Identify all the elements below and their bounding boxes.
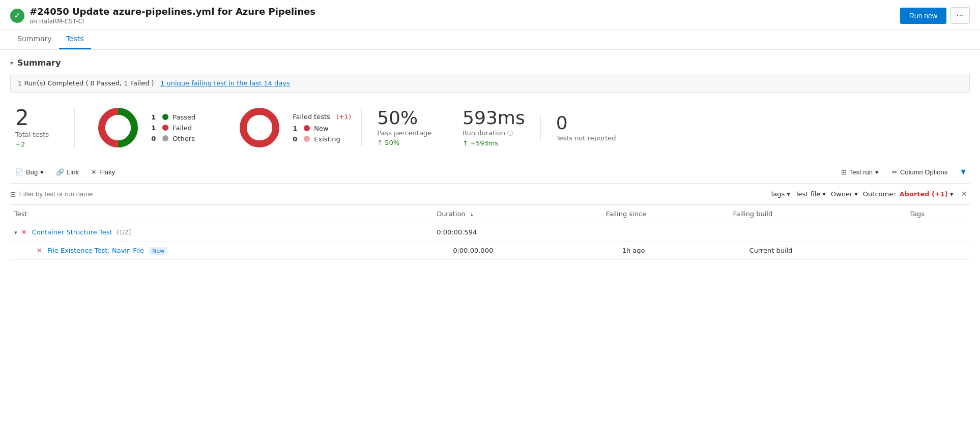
filter-input-wrap: ⊟	[10, 190, 770, 198]
close-filter-button[interactable]: ×	[958, 188, 970, 200]
page-header: ✓ #24050 Update azure-pipelines.yml for …	[0, 0, 980, 29]
failed-tests-delta: (+1)	[336, 113, 351, 121]
col-duration[interactable]: Duration ↓	[433, 205, 602, 223]
test-run-button[interactable]: ⊞ Test run ▾	[837, 166, 883, 178]
group-tags	[906, 223, 970, 242]
donut-failed-tests: Failed tests (+1) 1 New 0 Existing	[226, 105, 361, 151]
others-label: Others	[172, 135, 195, 142]
failed-count: 1	[151, 124, 158, 132]
tab-bar: Summary Tests	[0, 29, 980, 50]
group-row-name-cell: ▾ ✕ Container Structure Test (1/2)	[10, 223, 433, 242]
toolbar: 📄 Bug ▾ 🔗 Link ✳ Flaky ⊞ Test run ▾ ✏ Co…	[10, 161, 970, 184]
new-label: New	[314, 125, 328, 132]
existing-label: Existing	[314, 135, 340, 143]
filter-icon: ▼	[959, 167, 967, 176]
group-name-suffix: (1/2)	[117, 229, 131, 236]
run-duration-label: Run duration ⓘ	[463, 129, 525, 137]
run-duration-delta: ↑ +593ms	[463, 139, 525, 147]
column-options-button[interactable]: ✏ Column Options	[888, 166, 952, 178]
filter-tags: Tags ▾ Test file ▾ Owner ▾ Outcome: Abor…	[770, 188, 970, 200]
outcome-filter[interactable]: Outcome: Aborted (+1) ▾	[863, 190, 954, 198]
flaky-button[interactable]: ✳ Flaky	[86, 166, 120, 178]
info-banner: 1 Run(s) Completed ( 0 Passed, 1 Failed …	[10, 74, 970, 93]
new-dot	[304, 125, 310, 131]
donut-chart-2	[237, 105, 282, 151]
child-test-name[interactable]: File Existence Test: Navin File	[47, 247, 144, 254]
bug-button[interactable]: 📄 Bug ▾	[10, 166, 49, 178]
pass-pct-label: Pass percentage	[377, 129, 431, 137]
legend-existing: 0 Existing	[293, 135, 351, 143]
owner-chevron-icon: ▾	[854, 190, 858, 198]
header-info: #24050 Update azure-pipelines.yml for Az…	[30, 6, 315, 25]
more-button[interactable]: ⋯	[950, 7, 970, 24]
others-dot	[162, 135, 168, 141]
not-reported-value: 0	[556, 114, 616, 132]
child-fail-icon: ✕	[37, 247, 42, 254]
existing-dot	[304, 136, 310, 142]
outcome-value: Aborted (+1)	[900, 190, 948, 198]
passed-count: 1	[151, 113, 158, 121]
link-icon: 🔗	[56, 168, 64, 176]
legend-failed: 1 Failed	[151, 124, 195, 132]
test-run-chevron-icon: ▾	[875, 168, 879, 176]
col-test: Test	[10, 205, 433, 223]
child-failing-build: Current build	[729, 242, 906, 260]
test-table: Test Duration ↓ Failing since Failing bu…	[10, 205, 970, 260]
summary-section-header[interactable]: ▾ Summary	[10, 58, 970, 68]
toolbar-right: ⊞ Test run ▾ ✏ Column Options ▼	[837, 165, 970, 179]
owner-filter[interactable]: Owner ▾	[831, 190, 858, 198]
legend-failed-tests: Failed tests (+1) 1 New 0 Existing	[293, 113, 351, 143]
failed-tests-label: Failed tests	[293, 113, 330, 121]
group-test-name[interactable]: Container Structure Test	[32, 228, 112, 236]
tab-tests[interactable]: Tests	[59, 29, 91, 49]
link-button[interactable]: 🔗 Link	[51, 166, 84, 178]
legend-passed: 1 Passed	[151, 113, 195, 121]
column-options-icon: ✏	[892, 168, 898, 176]
toolbar-left: 📄 Bug ▾ 🔗 Link ✳ Flaky	[10, 166, 120, 178]
existing-count: 0	[293, 135, 300, 143]
run-duration-value: 593ms	[463, 109, 525, 127]
filter-input[interactable]	[19, 190, 770, 198]
collapse-icon[interactable]: ▾	[14, 229, 17, 236]
passed-label: Passed	[172, 113, 195, 121]
child-duration: 0:00:00.000	[433, 242, 602, 260]
sort-icon: ↓	[470, 212, 474, 217]
table-row: ▾ ✕ Container Structure Test (1/2) 0:00:…	[10, 223, 970, 242]
total-tests-value: 2	[15, 107, 49, 129]
tags-chevron-icon: ▾	[787, 190, 790, 198]
filter-button[interactable]: ▼	[957, 165, 970, 179]
banner-link[interactable]: 1 unique failing test in the last 14 day…	[160, 79, 290, 87]
run-new-button[interactable]: Run new	[900, 8, 946, 24]
passed-dot	[162, 114, 168, 120]
col-tags: Tags	[906, 205, 970, 223]
col-failing-since: Failing since	[602, 205, 729, 223]
test-run-icon: ⊞	[841, 168, 847, 176]
flaky-icon: ✳	[91, 168, 97, 176]
run-duration-stat: 593ms Run duration ⓘ ↑ +593ms	[447, 109, 540, 147]
stats-row: 2 Total tests +2 1	[10, 100, 970, 161]
col-failing-build: Failing build	[729, 205, 906, 223]
test-file-chevron-icon: ▾	[822, 190, 826, 198]
pass-pct-value: 50%	[377, 109, 431, 127]
divider-2	[216, 107, 216, 148]
new-count: 1	[293, 125, 300, 132]
pass-percentage-stat: 50% Pass percentage ↑ 50%	[361, 109, 447, 146]
group-failing-since	[602, 223, 729, 242]
success-icon: ✓	[10, 9, 24, 23]
tests-not-reported-stat: 0 Tests not reported	[540, 114, 631, 142]
header-actions: Run new ⋯	[900, 7, 970, 24]
fail-icon: ✕	[21, 228, 27, 236]
new-badge: New	[149, 247, 167, 255]
header-subtitle: on HalaRM-CST-CI	[30, 18, 315, 25]
tab-summary[interactable]: Summary	[10, 29, 59, 49]
tags-filter[interactable]: Tags ▾	[770, 190, 790, 198]
failed-dot	[162, 125, 168, 131]
table-row: ✕ File Existence Test: Navin File New 0:…	[10, 242, 970, 260]
test-file-filter[interactable]: Test file ▾	[795, 190, 826, 198]
child-failing-since: 1h ago	[602, 242, 729, 260]
legend-new: 1 New	[293, 125, 351, 132]
donut-chart-1	[95, 105, 141, 151]
table-header: Test Duration ↓ Failing since Failing bu…	[10, 205, 970, 223]
outcome-chevron-icon: ▾	[950, 190, 954, 198]
filter-search-icon: ⊟	[10, 190, 16, 198]
